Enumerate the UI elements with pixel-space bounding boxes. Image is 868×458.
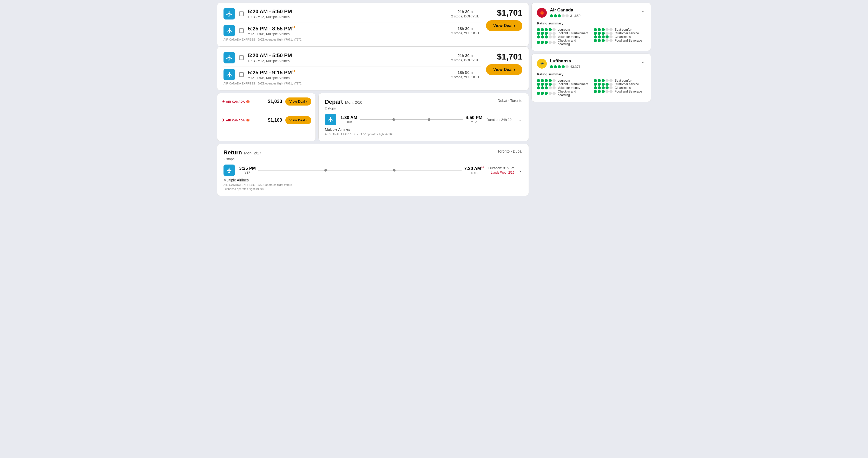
outbound-checkbox[interactable]	[239, 55, 244, 60]
rating-dot	[598, 35, 601, 38]
rating-dot	[553, 32, 556, 35]
rating-dot	[545, 35, 548, 38]
rating-dot	[598, 39, 601, 42]
overall-dot	[558, 14, 561, 18]
maple-leaf-icon: 🍁	[246, 118, 250, 122]
rating-label: Cleanliness	[615, 35, 631, 39]
rating-dot	[537, 32, 540, 35]
rating-dot	[594, 86, 597, 89]
rating-item: Seat comfort	[594, 79, 646, 82]
return-times: 5:25 PM - 8:55 PM+1 YTZ - DXB, Multiple …	[248, 26, 445, 36]
review-count: 31,650	[570, 14, 581, 18]
return-arrival-time: 7:30 AM+2	[464, 165, 484, 171]
rating-dot	[537, 35, 540, 38]
rating-dot	[610, 86, 613, 89]
return-icon	[223, 25, 235, 36]
rating-dot	[601, 83, 605, 86]
depart-flight-icon	[325, 114, 336, 125]
rating-dot	[601, 39, 605, 42]
outbound-checkbox[interactable]	[239, 11, 244, 16]
rating-dots	[594, 39, 613, 42]
rating-dots	[537, 35, 556, 38]
rating-dot	[537, 86, 540, 89]
rating-dot	[553, 41, 556, 44]
return-checkbox[interactable]	[239, 28, 244, 33]
rating-dot	[541, 86, 544, 89]
maple-icon: ✈	[221, 99, 225, 104]
return-operator2: Lufthansa operates flight #9098	[223, 187, 522, 190]
rating-dot	[537, 28, 540, 31]
rating-dots	[594, 28, 613, 31]
rating-dot	[610, 32, 613, 35]
rating-left-col: Legroom In-flight Entertainment Value fo…	[537, 28, 589, 46]
rating-item: Legroom	[537, 28, 589, 31]
overall-dot	[550, 65, 553, 68]
rating-dot	[549, 41, 552, 44]
outbound-stops: 21h 30m 2 stops, DOH/YUL	[450, 9, 481, 18]
rating-dot	[537, 41, 540, 44]
rating-dot	[598, 90, 601, 93]
collapse-icon[interactable]: ⌃	[641, 10, 646, 16]
overall-dot	[565, 65, 569, 68]
rating-dot	[545, 79, 548, 82]
overall-dot	[550, 14, 553, 18]
rating-dot	[541, 83, 544, 86]
return-times: 5:25 PM - 9:15 PM+1 YTZ - DXB, Multiple …	[248, 69, 445, 80]
rating-dot	[553, 28, 556, 31]
depart-expand-icon[interactable]: ⌄	[519, 117, 522, 122]
rating-dot	[610, 79, 613, 82]
outbound-icon	[223, 8, 235, 20]
rating-right-col: Seat comfort Customer service Cleanlines…	[594, 28, 646, 46]
outbound-stops: 21h 30m 2 stops, DOH/YUL	[450, 53, 481, 62]
overall-dot	[565, 14, 569, 18]
rating-dots	[594, 86, 613, 89]
rating-dot	[541, 41, 544, 44]
rating-item: In-flight Entertainment	[537, 82, 589, 86]
rating-dot	[610, 35, 613, 38]
rating-dot	[553, 79, 556, 82]
left-column: 5:20 AM - 5:50 PM DXB - YTZ, Multiple Ai…	[217, 3, 529, 196]
collapse-icon[interactable]: ⌃	[641, 61, 646, 67]
rating-label: Customer service	[615, 82, 639, 86]
rating-dots	[537, 41, 556, 44]
return-date: Mon, 2/17	[244, 151, 261, 155]
return-stops-line	[258, 169, 462, 172]
rating-label: Cleanliness	[615, 86, 631, 90]
rating-label: Seat comfort	[615, 79, 632, 82]
view-deal-sm-button-1[interactable]: View Deal ›	[285, 97, 311, 105]
rating-dots	[594, 83, 613, 86]
airline-logo-2: ✈ AIR CANADA 🍁	[221, 118, 265, 123]
view-deal-sm-button-2[interactable]: View Deal ›	[285, 116, 311, 124]
rating-label: Legroom	[558, 79, 570, 82]
depart-route: Dubai - Toronto	[498, 98, 522, 103]
rating-label: Value for money	[558, 35, 580, 39]
rating-summary-title: Rating summary	[537, 72, 646, 76]
return-expand-icon[interactable]: ⌄	[519, 167, 522, 173]
depart-arrival-code: YTZ	[466, 120, 482, 124]
view-deal-button[interactable]: View Deal ›	[486, 20, 522, 31]
return-stops: 18h 50m 2 stops, YUL/DOH	[450, 70, 481, 79]
return-airline: Multiple Airlines	[223, 178, 522, 182]
rating-summary-title: Rating summary	[537, 21, 646, 25]
rating-dot	[549, 32, 552, 35]
rating-dot	[610, 83, 613, 86]
rating-dot	[606, 35, 609, 38]
rating-item: Value for money	[537, 86, 589, 90]
maple-icon: ✈	[221, 118, 225, 123]
view-deal-button[interactable]: View Deal ›	[486, 64, 522, 75]
rating-dot	[549, 86, 552, 89]
rating-dot	[545, 92, 548, 95]
rating-dot	[549, 83, 552, 86]
rating-dot	[606, 32, 609, 35]
rating-label: In-flight Entertainment	[558, 31, 588, 35]
return-duration: Duration: 31h 5m	[488, 166, 514, 170]
airline-logo-icon: ✈	[537, 59, 547, 69]
return-operator1: AIR CANADA EXPRESS - JAZZ operates fligh…	[223, 183, 522, 186]
return-checkbox[interactable]	[239, 72, 244, 77]
depart-stops: 2 stops	[325, 106, 362, 110]
rating-dots	[537, 32, 556, 35]
depart-detail-card: DepartMon, 2/10 2 stops Dubai - Toronto …	[318, 93, 529, 141]
rating-dots	[594, 90, 613, 93]
overall-dot	[558, 65, 561, 68]
rating-dot	[545, 86, 548, 89]
